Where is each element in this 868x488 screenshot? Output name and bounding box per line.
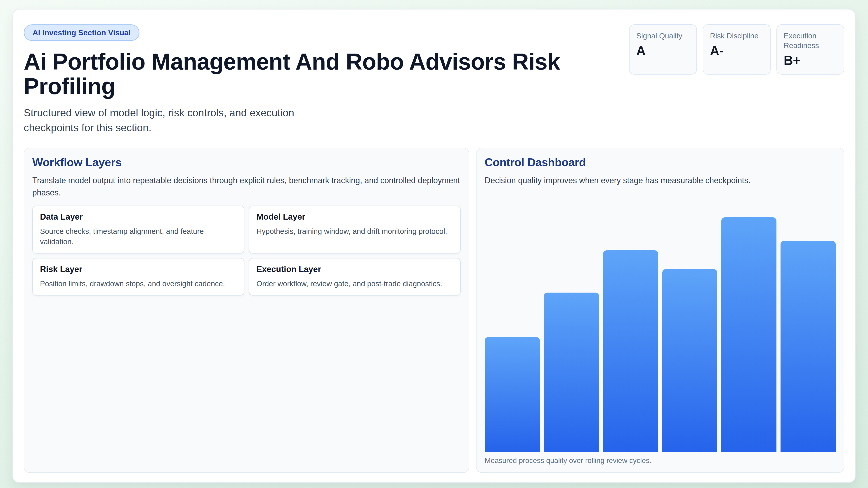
content-panels: Workflow Layers Translate model output i… — [24, 148, 844, 473]
workflow-panel-title: Workflow Layers — [32, 156, 461, 169]
chart-bar — [780, 241, 836, 452]
page-title: Ai Portfolio Management And Robo Advisor… — [24, 50, 620, 99]
stat-card-signal-quality: Signal Quality A — [629, 24, 697, 74]
layer-description: Position limits, drawdown stops, and ove… — [40, 279, 237, 289]
layer-card-execution: Execution Layer Order workflow, review g… — [249, 258, 461, 295]
stat-card-risk-discipline: Risk Discipline A- — [703, 24, 771, 74]
layer-title: Risk Layer — [40, 265, 237, 274]
layer-title: Execution Layer — [256, 265, 453, 274]
dashboard-panel-title: Control Dashboard — [485, 156, 836, 169]
chart-bar — [544, 293, 599, 452]
process-quality-bar-chart — [485, 217, 836, 452]
stat-label: Signal Quality — [636, 31, 690, 41]
section-badge: AI Investing Section Visual — [24, 24, 140, 41]
layer-card-grid: Data Layer Source checks, timestamp alig… — [32, 205, 461, 296]
workflow-layers-panel: Workflow Layers Translate model output i… — [24, 148, 469, 473]
page-subtitle: Structured view of model logic, risk con… — [24, 105, 313, 135]
layer-description: Hypothesis, training window, and drift m… — [256, 226, 453, 236]
stat-card-row: Signal Quality A Risk Discipline A- Exec… — [629, 24, 844, 74]
chart-bar — [485, 337, 540, 452]
layer-card-data: Data Layer Source checks, timestamp alig… — [32, 205, 244, 254]
workflow-panel-description: Translate model output into repeatable d… — [32, 174, 461, 199]
stat-label: Risk Discipline — [710, 31, 763, 41]
chart-caption: Measured process quality over rolling re… — [485, 456, 836, 465]
page-header: AI Investing Section Visual Ai Portfolio… — [24, 24, 844, 135]
layer-title: Model Layer — [256, 212, 453, 222]
stat-value: A- — [710, 43, 763, 58]
chart-bar — [603, 250, 658, 452]
chart-bar — [662, 269, 717, 452]
layer-description: Order workflow, review gate, and post-tr… — [256, 279, 453, 289]
layer-card-risk: Risk Layer Position limits, drawdown sto… — [32, 258, 244, 295]
main-card: AI Investing Section Visual Ai Portfolio… — [12, 9, 856, 483]
stat-card-execution-readiness: Execution Readiness B+ — [776, 24, 844, 74]
layer-title: Data Layer — [40, 212, 237, 222]
chart-bar — [721, 217, 776, 452]
layer-description: Source checks, timestamp alignment, and … — [40, 226, 237, 247]
stat-value: B+ — [784, 53, 837, 68]
dashboard-panel-description: Decision quality improves when every sta… — [485, 174, 836, 187]
layer-card-model: Model Layer Hypothesis, training window,… — [249, 205, 461, 254]
control-dashboard-panel: Control Dashboard Decision quality impro… — [476, 148, 844, 473]
stat-label: Execution Readiness — [784, 31, 837, 51]
stat-value: A — [636, 43, 690, 58]
header-text-block: AI Investing Section Visual Ai Portfolio… — [24, 24, 620, 135]
